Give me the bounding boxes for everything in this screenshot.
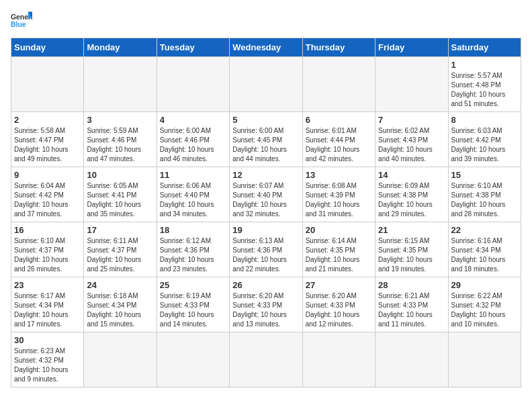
day-number: 20 [306,225,372,235]
calendar-cell: 28Sunrise: 6:21 AM Sunset: 4:33 PM Dayli… [375,277,448,332]
day-header-wednesday: Wednesday [230,38,302,57]
calendar-cell: 24Sunrise: 6:18 AM Sunset: 4:34 PM Dayli… [84,277,157,332]
calendar-cell: 9Sunrise: 6:04 AM Sunset: 4:42 PM Daylig… [11,167,84,222]
day-info: Sunrise: 6:13 AM Sunset: 4:36 PM Dayligh… [232,236,299,274]
day-info: Sunrise: 6:10 AM Sunset: 4:37 PM Dayligh… [14,236,81,274]
day-number: 3 [87,115,153,125]
day-number: 23 [14,280,81,290]
day-number: 12 [232,170,299,180]
day-number: 26 [232,280,299,290]
day-info: Sunrise: 6:23 AM Sunset: 4:32 PM Dayligh… [14,347,81,384]
calendar-cell: 15Sunrise: 6:10 AM Sunset: 4:38 PM Dayli… [448,167,521,222]
calendar-cell: 2Sunrise: 5:58 AM Sunset: 4:47 PM Daylig… [11,112,84,167]
calendar-cell: 29Sunrise: 6:22 AM Sunset: 4:32 PM Dayli… [448,277,521,332]
calendar-cell: 23Sunrise: 6:17 AM Sunset: 4:34 PM Dayli… [11,277,84,332]
calendar-cell: 19Sunrise: 6:13 AM Sunset: 4:36 PM Dayli… [230,222,302,277]
day-header-sunday: Sunday [11,38,84,57]
day-info: Sunrise: 6:10 AM Sunset: 4:38 PM Dayligh… [451,181,518,219]
day-headers-row: SundayMondayTuesdayWednesdayThursdayFrid… [11,38,521,57]
calendar-week-6: 30Sunrise: 6:23 AM Sunset: 4:32 PM Dayli… [11,332,521,387]
day-info: Sunrise: 6:14 AM Sunset: 4:35 PM Dayligh… [306,236,372,274]
calendar-cell [84,57,157,112]
day-number: 6 [306,115,372,125]
day-number: 9 [14,170,81,180]
day-info: Sunrise: 6:02 AM Sunset: 4:43 PM Dayligh… [378,126,445,164]
calendar-cell: 4Sunrise: 6:00 AM Sunset: 4:46 PM Daylig… [157,112,229,167]
day-info: Sunrise: 6:20 AM Sunset: 4:33 PM Dayligh… [306,291,372,329]
day-number: 15 [451,170,518,180]
day-header-thursday: Thursday [302,38,375,57]
calendar-cell [302,332,375,387]
day-info: Sunrise: 6:21 AM Sunset: 4:33 PM Dayligh… [378,291,445,329]
calendar-cell: 12Sunrise: 6:07 AM Sunset: 4:40 PM Dayli… [230,167,302,222]
calendar-cell: 13Sunrise: 6:08 AM Sunset: 4:39 PM Dayli… [302,167,375,222]
calendar-cell: 17Sunrise: 6:11 AM Sunset: 4:37 PM Dayli… [84,222,157,277]
day-info: Sunrise: 6:08 AM Sunset: 4:39 PM Dayligh… [306,181,372,219]
day-number: 17 [87,225,153,235]
calendar-table: SundayMondayTuesdayWednesdayThursdayFrid… [11,38,521,387]
day-info: Sunrise: 6:18 AM Sunset: 4:34 PM Dayligh… [87,291,153,329]
day-number: 29 [451,280,518,290]
calendar-week-3: 9Sunrise: 6:04 AM Sunset: 4:42 PM Daylig… [11,167,521,222]
calendar-cell: 14Sunrise: 6:09 AM Sunset: 4:38 PM Dayli… [375,167,448,222]
day-info: Sunrise: 6:15 AM Sunset: 4:35 PM Dayligh… [378,236,445,274]
calendar-cell [157,332,229,387]
day-header-tuesday: Tuesday [157,38,229,57]
calendar-cell [448,332,521,387]
day-number: 27 [306,280,372,290]
day-info: Sunrise: 6:06 AM Sunset: 4:40 PM Dayligh… [160,181,226,219]
day-number: 7 [378,115,445,125]
day-info: Sunrise: 6:22 AM Sunset: 4:32 PM Dayligh… [451,291,518,329]
svg-text:Blue: Blue [11,21,26,28]
calendar-cell [157,57,229,112]
calendar-cell: 6Sunrise: 6:01 AM Sunset: 4:44 PM Daylig… [302,112,375,167]
calendar-cell: 30Sunrise: 6:23 AM Sunset: 4:32 PM Dayli… [11,332,84,387]
calendar-cell [230,57,302,112]
day-info: Sunrise: 6:04 AM Sunset: 4:42 PM Dayligh… [14,181,81,219]
calendar-cell: 5Sunrise: 6:00 AM Sunset: 4:45 PM Daylig… [230,112,302,167]
day-number: 5 [232,115,299,125]
calendar-week-2: 2Sunrise: 5:58 AM Sunset: 4:47 PM Daylig… [11,112,521,167]
day-number: 21 [378,225,445,235]
day-info: Sunrise: 6:19 AM Sunset: 4:33 PM Dayligh… [160,291,226,329]
day-number: 1 [451,60,518,70]
day-number: 30 [14,335,81,345]
calendar-cell: 20Sunrise: 6:14 AM Sunset: 4:35 PM Dayli… [302,222,375,277]
calendar-cell: 10Sunrise: 6:05 AM Sunset: 4:41 PM Dayli… [84,167,157,222]
day-number: 11 [160,170,226,180]
day-number: 18 [160,225,226,235]
calendar-cell: 25Sunrise: 6:19 AM Sunset: 4:33 PM Dayli… [157,277,229,332]
day-info: Sunrise: 6:03 AM Sunset: 4:42 PM Dayligh… [451,126,518,164]
day-number: 8 [451,115,518,125]
calendar-cell: 18Sunrise: 6:12 AM Sunset: 4:36 PM Dayli… [157,222,229,277]
day-number: 19 [232,225,299,235]
day-info: Sunrise: 6:17 AM Sunset: 4:34 PM Dayligh… [14,291,81,329]
calendar-cell: 22Sunrise: 6:16 AM Sunset: 4:34 PM Dayli… [448,222,521,277]
day-info: Sunrise: 5:58 AM Sunset: 4:47 PM Dayligh… [14,126,81,164]
day-number: 28 [378,280,445,290]
calendar-cell: 7Sunrise: 6:02 AM Sunset: 4:43 PM Daylig… [375,112,448,167]
day-number: 25 [160,280,226,290]
day-info: Sunrise: 6:00 AM Sunset: 4:46 PM Dayligh… [160,126,226,164]
calendar-cell [230,332,302,387]
calendar-week-4: 16Sunrise: 6:10 AM Sunset: 4:37 PM Dayli… [11,222,521,277]
day-info: Sunrise: 6:12 AM Sunset: 4:36 PM Dayligh… [160,236,226,274]
day-header-friday: Friday [375,38,448,57]
day-info: Sunrise: 6:01 AM Sunset: 4:44 PM Dayligh… [306,126,372,164]
calendar-cell: 26Sunrise: 6:20 AM Sunset: 4:33 PM Dayli… [230,277,302,332]
calendar-cell [375,332,448,387]
calendar-cell [11,57,84,112]
calendar-cell: 1Sunrise: 5:57 AM Sunset: 4:48 PM Daylig… [448,57,521,112]
day-number: 2 [14,115,81,125]
day-number: 24 [87,280,153,290]
day-info: Sunrise: 5:59 AM Sunset: 4:46 PM Dayligh… [87,126,153,164]
page-header: General Blue [11,11,521,30]
day-number: 14 [378,170,445,180]
day-info: Sunrise: 6:20 AM Sunset: 4:33 PM Dayligh… [232,291,299,329]
day-info: Sunrise: 6:00 AM Sunset: 4:45 PM Dayligh… [232,126,299,164]
day-header-saturday: Saturday [448,38,521,57]
calendar-cell: 3Sunrise: 5:59 AM Sunset: 4:46 PM Daylig… [84,112,157,167]
calendar-cell [84,332,157,387]
calendar-cell [375,57,448,112]
calendar-week-1: 1Sunrise: 5:57 AM Sunset: 4:48 PM Daylig… [11,57,521,112]
